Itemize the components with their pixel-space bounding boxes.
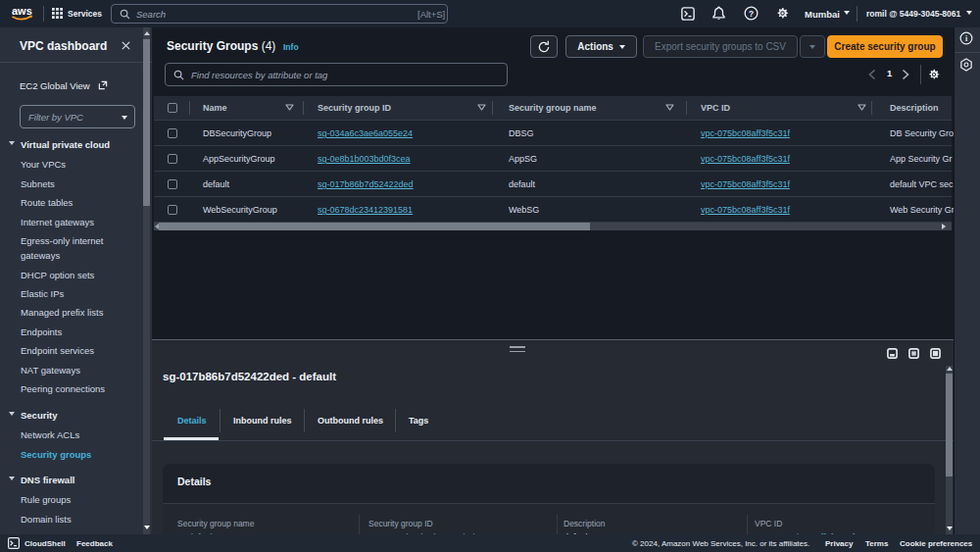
svg-text:?: ? <box>749 9 754 19</box>
svg-text:aws: aws <box>12 5 32 17</box>
svg-text:i: i <box>965 34 968 43</box>
